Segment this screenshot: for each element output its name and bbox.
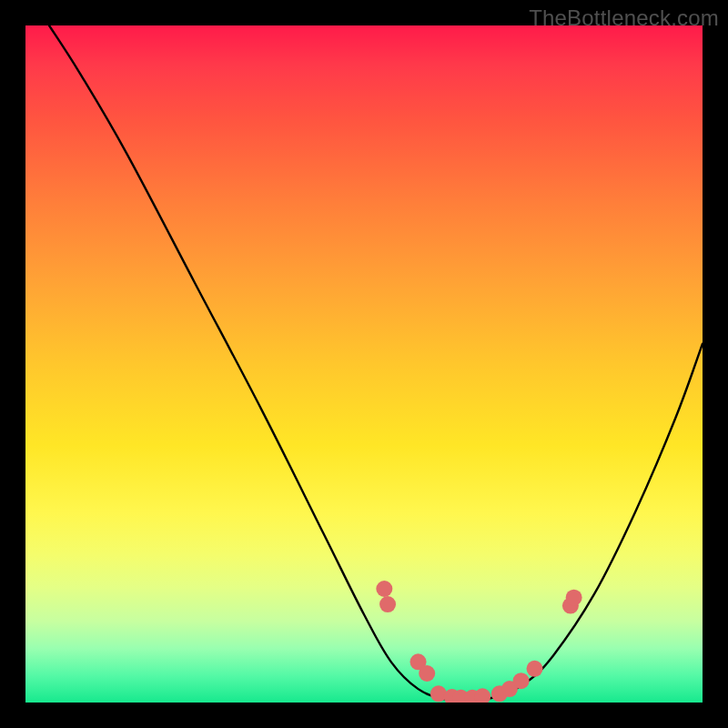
bottleneck-curve <box>49 25 703 701</box>
plot-area <box>25 25 703 703</box>
curve-marker <box>419 665 435 682</box>
curve-marker <box>526 661 542 677</box>
curve-markers <box>376 581 581 703</box>
curve-marker <box>376 581 392 597</box>
curve-marker <box>474 688 490 703</box>
curve-marker <box>379 596 396 612</box>
curve-marker <box>513 672 530 689</box>
chart-frame: TheBottleneck.com <box>0 0 728 728</box>
curve-marker <box>566 590 582 606</box>
chart-svg <box>25 25 703 703</box>
